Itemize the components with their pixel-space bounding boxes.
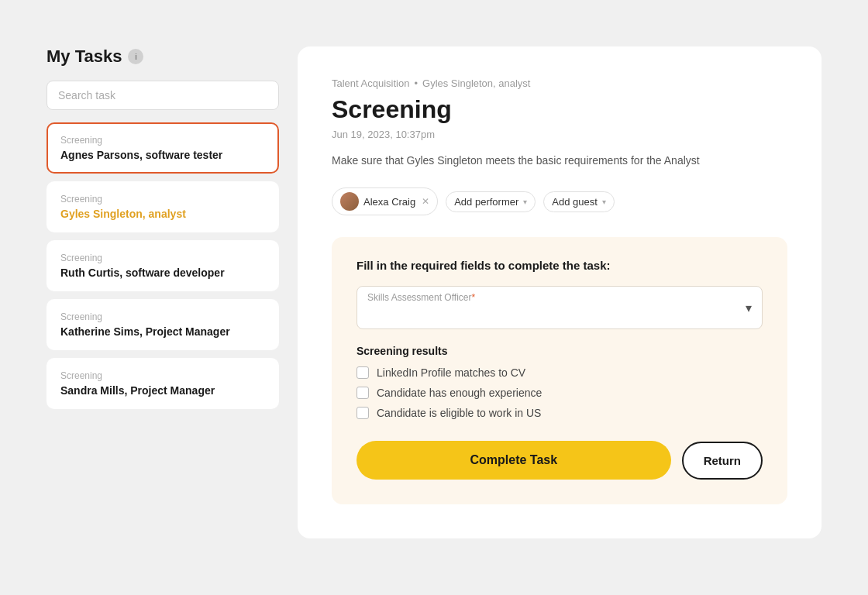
- checkbox-box-eligible[interactable]: [356, 407, 369, 419]
- checkbox-linkedin[interactable]: LinkedIn Profile matches to CV: [356, 366, 763, 379]
- avatar: [340, 192, 359, 211]
- return-button[interactable]: Return: [682, 442, 763, 480]
- task-category-4: Screening: [60, 311, 265, 322]
- search-input[interactable]: [46, 81, 279, 110]
- task-card-3[interactable]: Screening Ruth Curtis, software develope…: [46, 240, 279, 291]
- main-content: Talent Acquisition • Gyles Singleton, an…: [298, 46, 822, 538]
- skills-select-wrapper: Skills Assessment Officer* Officer A Off…: [356, 286, 763, 329]
- performers-row: Alexa Craig ✕ Add performer ▾ Add guest …: [332, 187, 787, 215]
- add-guest-button[interactable]: Add guest ▾: [543, 191, 615, 212]
- task-card-4[interactable]: Screening Katherine Sims, Project Manage…: [46, 299, 279, 350]
- task-title: Screening: [332, 95, 787, 124]
- task-card-1[interactable]: Screening Agnes Parsons, software tester: [46, 122, 279, 174]
- add-performer-button[interactable]: Add performer ▾: [446, 191, 536, 212]
- task-name-2: Gyles Singleton, analyst: [60, 208, 265, 220]
- remove-performer-icon[interactable]: ✕: [422, 196, 429, 207]
- task-form-box: Fill in the required fields to complete …: [332, 237, 787, 504]
- chevron-down-icon-guest: ▾: [602, 198, 606, 206]
- task-category-1: Screening: [60, 135, 265, 146]
- task-description: Make sure that Gyles Singleton meets the…: [332, 153, 787, 169]
- task-category-2: Screening: [60, 194, 265, 205]
- screening-results-label: Screening results: [356, 345, 763, 357]
- task-name-1: Agnes Parsons, software tester: [60, 149, 265, 161]
- breadcrumb-part2: Gyles Singleton, analyst: [422, 77, 530, 89]
- info-icon[interactable]: i: [128, 49, 143, 64]
- form-box-title: Fill in the required fields to complete …: [356, 259, 763, 272]
- sidebar-title: My Tasks: [46, 46, 122, 67]
- task-name-3: Ruth Curtis, software developer: [60, 267, 265, 279]
- breadcrumb: Talent Acquisition • Gyles Singleton, an…: [332, 77, 787, 89]
- add-guest-label: Add guest: [552, 196, 598, 208]
- checkbox-eligible[interactable]: Candidate is eligible to work in US: [356, 407, 763, 419]
- performer-chip-alexa[interactable]: Alexa Craig ✕: [332, 187, 438, 215]
- checkbox-experience[interactable]: Candidate has enough experience: [356, 387, 763, 399]
- checkbox-label-eligible: Candidate is eligible to work in US: [377, 407, 541, 419]
- chevron-down-icon: ▾: [523, 198, 527, 206]
- task-name-4: Katherine Sims, Project Manager: [60, 325, 265, 338]
- task-name-5: Sandra Mills, Project Manager: [60, 384, 265, 397]
- checkbox-box-linkedin[interactable]: [356, 366, 369, 379]
- checkbox-label-linkedin: LinkedIn Profile matches to CV: [377, 366, 525, 379]
- breadcrumb-separator: •: [414, 77, 418, 89]
- task-date: Jun 19, 2023, 10:37pm: [332, 129, 787, 140]
- task-category-5: Screening: [60, 370, 265, 381]
- skills-assessment-select[interactable]: Officer A Officer B Officer C: [356, 286, 763, 329]
- performer-name: Alexa Craig: [363, 196, 415, 208]
- checkbox-label-experience: Candidate has enough experience: [377, 387, 542, 399]
- task-card-2[interactable]: Screening Gyles Singleton, analyst: [46, 181, 279, 232]
- sidebar: My Tasks i Screening Agnes Parsons, soft…: [46, 46, 279, 409]
- sidebar-header: My Tasks i: [46, 46, 279, 67]
- task-category-3: Screening: [60, 253, 265, 263]
- add-performer-label: Add performer: [454, 196, 518, 208]
- task-card-5[interactable]: Screening Sandra Mills, Project Manager: [46, 358, 279, 409]
- app-container: My Tasks i Screening Agnes Parsons, soft…: [0, 0, 868, 595]
- complete-task-button[interactable]: Complete Task: [356, 441, 671, 480]
- checkbox-list: LinkedIn Profile matches to CV Candidate…: [356, 366, 763, 419]
- action-row: Complete Task Return: [356, 441, 763, 480]
- breadcrumb-part1: Talent Acquisition: [332, 77, 409, 89]
- checkbox-box-experience[interactable]: [356, 387, 369, 399]
- task-list: Screening Agnes Parsons, software tester…: [46, 122, 279, 409]
